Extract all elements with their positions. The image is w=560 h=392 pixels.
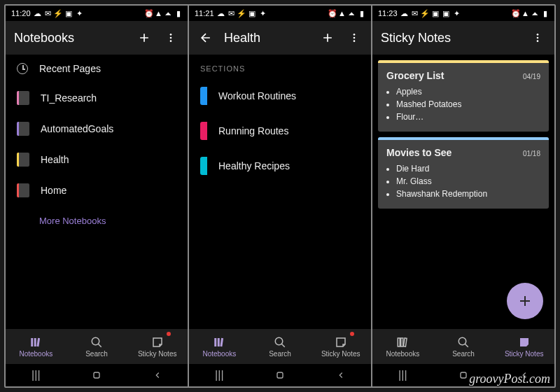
tab-sticky-notes[interactable]: Sticky Notes bbox=[310, 329, 371, 364]
bolt-icon: ⚡ bbox=[238, 10, 246, 18]
svg-rect-3 bbox=[31, 338, 34, 346]
notebook-icon bbox=[17, 122, 29, 136]
recents-key[interactable]: ||| bbox=[28, 368, 43, 383]
signal-icon: ⏶ bbox=[348, 10, 356, 18]
tab-notebooks[interactable]: Notebooks bbox=[6, 329, 66, 364]
tab-sticky-notes[interactable]: Sticky Notes bbox=[127, 329, 188, 364]
tab-search[interactable]: Search bbox=[433, 329, 494, 364]
recent-pages-label: Recent Pages bbox=[39, 63, 101, 74]
notebook-row[interactable]: Health bbox=[6, 144, 188, 175]
svg-point-16 bbox=[537, 34, 539, 36]
svg-rect-23 bbox=[461, 372, 466, 378]
svg-point-1 bbox=[170, 37, 172, 39]
section-row[interactable]: Running Routes bbox=[189, 113, 371, 148]
bird-icon: ✦ bbox=[259, 10, 267, 18]
sticky-note[interactable]: Grocery List 04/19 Apples Mashed Potatoe… bbox=[378, 60, 549, 132]
overflow-menu-icon[interactable] bbox=[529, 29, 546, 46]
status-bar: 11:21 ☁ ✉ ⚡ ▣ ✦ ⏰ ▲ ⏶ ▮ bbox=[189, 6, 371, 21]
status-bar: 11:20 ☁ ✉ ⚡ ▣ ✦ ⏰ ▲ ⏶ ▮ bbox=[6, 6, 188, 21]
tab-label: Sticky Notes bbox=[138, 350, 177, 358]
alarm-icon: ⏰ bbox=[512, 10, 519, 18]
note-items: Apples Mashed Potatoes Flour… bbox=[386, 85, 540, 123]
add-button[interactable] bbox=[136, 29, 153, 46]
recent-pages-row[interactable]: Recent Pages bbox=[6, 55, 188, 83]
svg-point-10 bbox=[354, 40, 356, 42]
status-bar: 11:23 ☁ ✉ ⚡ ▣ ▣ ✦ ⏰ ▲ ⏶ ▮ bbox=[372, 6, 554, 21]
note-title: Grocery List bbox=[386, 70, 523, 81]
tab-notebooks[interactable]: Notebooks bbox=[372, 329, 433, 364]
home-key[interactable] bbox=[456, 368, 471, 383]
tab-label: Notebooks bbox=[19, 350, 52, 358]
android-nav-bar: ||| bbox=[6, 364, 188, 386]
overflow-menu-icon[interactable] bbox=[346, 29, 363, 46]
svg-point-22 bbox=[458, 337, 466, 345]
add-note-fab[interactable] bbox=[507, 283, 543, 319]
books-icon bbox=[29, 336, 43, 349]
cloud-icon: ☁ bbox=[217, 10, 225, 18]
note-item: Mashed Potatoes bbox=[396, 98, 540, 111]
search-icon bbox=[273, 336, 287, 349]
sections-content: SECTIONS Workout Routines Running Routes… bbox=[189, 55, 371, 329]
section-label: Healthy Recipes bbox=[218, 160, 290, 172]
search-icon bbox=[90, 336, 104, 349]
notebook-label: Home bbox=[41, 185, 66, 196]
wifi-icon: ▲ bbox=[155, 10, 162, 18]
phone-screen-sticky: 11:23 ☁ ✉ ⚡ ▣ ▣ ✦ ⏰ ▲ ⏶ ▮ Sticky Notes bbox=[372, 6, 554, 386]
books-icon bbox=[212, 336, 226, 349]
note-title: Movies to See bbox=[386, 147, 523, 158]
books-icon bbox=[396, 336, 410, 349]
app-bar: Health bbox=[189, 21, 371, 55]
svg-rect-5 bbox=[37, 337, 41, 346]
bottom-nav: Notebooks Search Sticky Notes bbox=[372, 329, 554, 364]
svg-point-0 bbox=[170, 34, 172, 36]
page-title: Sticky Notes bbox=[381, 31, 519, 46]
home-key[interactable] bbox=[89, 368, 104, 383]
svg-point-9 bbox=[354, 37, 356, 39]
page-title: Notebooks bbox=[14, 31, 126, 46]
mail-icon: ✉ bbox=[411, 10, 419, 18]
tab-search[interactable]: Search bbox=[66, 329, 127, 364]
tab-label: Search bbox=[85, 350, 108, 358]
add-button[interactable] bbox=[319, 29, 336, 46]
battery-icon: ▮ bbox=[174, 10, 182, 18]
alarm-icon: ⏰ bbox=[145, 10, 153, 18]
signal-icon: ⏶ bbox=[531, 10, 539, 18]
sticky-note-icon bbox=[517, 336, 531, 349]
back-button[interactable] bbox=[197, 29, 214, 46]
back-key[interactable] bbox=[333, 368, 349, 383]
notebook-row[interactable]: AutomatedGoals bbox=[6, 113, 188, 144]
notebook-row[interactable]: Home bbox=[6, 175, 188, 206]
recents-key[interactable]: ||| bbox=[395, 368, 410, 383]
note-item: Apples bbox=[396, 85, 540, 98]
phone-screen-sections: 11:21 ☁ ✉ ⚡ ▣ ✦ ⏰ ▲ ⏶ ▮ Health SECTIONS bbox=[189, 6, 371, 386]
back-key[interactable] bbox=[517, 368, 532, 383]
signal-icon: ⏶ bbox=[164, 10, 172, 18]
tab-sticky-notes[interactable]: Sticky Notes bbox=[493, 329, 554, 364]
app-bar: Sticky Notes bbox=[372, 21, 554, 55]
notebook-row[interactable]: TI_Research bbox=[6, 83, 188, 113]
svg-point-18 bbox=[537, 40, 539, 42]
notebooks-content: Recent Pages TI_Research AutomatedGoals … bbox=[6, 55, 188, 329]
overflow-menu-icon[interactable] bbox=[162, 29, 179, 46]
section-label: Workout Routines bbox=[218, 90, 296, 102]
tab-search[interactable]: Search bbox=[250, 329, 311, 364]
tab-notebooks[interactable]: Notebooks bbox=[189, 329, 250, 364]
note-item: Mr. Glass bbox=[396, 175, 540, 188]
bolt-icon: ⚡ bbox=[421, 10, 429, 18]
sticky-note-icon bbox=[334, 336, 348, 349]
recents-key[interactable]: ||| bbox=[211, 368, 227, 383]
more-notebooks-link[interactable]: More Notebooks bbox=[6, 206, 188, 236]
status-time: 11:23 bbox=[378, 9, 398, 18]
note-item: Flour… bbox=[396, 111, 540, 123]
home-key[interactable] bbox=[272, 368, 288, 383]
sticky-note[interactable]: Movies to See 01/18 Die Hard Mr. Glass S… bbox=[378, 137, 549, 209]
phone-screen-notebooks: 11:20 ☁ ✉ ⚡ ▣ ✦ ⏰ ▲ ⏶ ▮ Notebooks Recent… bbox=[6, 6, 188, 386]
section-color-tab bbox=[200, 87, 207, 105]
cloud-icon: ☁ bbox=[34, 10, 41, 18]
back-key[interactable] bbox=[150, 368, 165, 383]
wifi-icon: ▲ bbox=[338, 10, 346, 18]
tab-label: Notebooks bbox=[386, 350, 419, 358]
bird-icon: ✦ bbox=[76, 10, 83, 18]
section-row[interactable]: Healthy Recipes bbox=[189, 148, 371, 183]
section-row[interactable]: Workout Routines bbox=[189, 78, 371, 113]
